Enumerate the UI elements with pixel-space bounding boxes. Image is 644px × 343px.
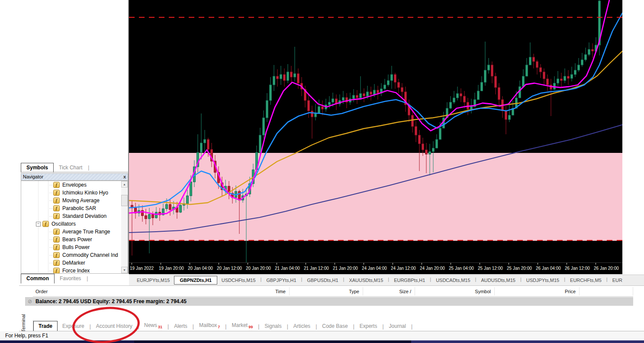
tree-item-average-true-range[interactable]: fAverage True Range <box>21 228 128 236</box>
tree-connector <box>48 185 52 185</box>
chart-tab-gbpjpyts-h1[interactable]: GBPJPYts,H1 <box>262 276 300 285</box>
column-separator <box>579 287 580 295</box>
chart-tabs-spacer <box>622 275 644 286</box>
tree-item-standard-deviation[interactable]: fStandard Deviation <box>21 212 128 220</box>
bull-candle <box>526 65 528 76</box>
tab-common[interactable]: Common <box>21 274 55 284</box>
chart-tab-usdchfts-m15[interactable]: USDCHFts,M15 <box>217 276 260 285</box>
time-axis-tick <box>248 263 248 265</box>
chart-tab-eurgbpts-h1[interactable]: EURGBPts,H1 <box>390 276 429 285</box>
taskbar-strip-left <box>0 340 134 343</box>
market-watch-panel <box>0 0 128 162</box>
chart-tab-usdcadts-m15[interactable]: USDCADts,M15 <box>431 276 474 285</box>
bull-candle <box>259 135 261 152</box>
bear-candle <box>592 49 594 51</box>
scrollbar-thumb[interactable] <box>121 195 128 206</box>
navigator-tree: fEnvelopesfIchimoku Kinko HyofMoving Ave… <box>21 181 128 274</box>
bear-candle <box>491 65 493 76</box>
terminal-tab-journal[interactable]: Journal <box>384 321 411 331</box>
bear-candle <box>290 72 293 77</box>
tab-symbols[interactable]: Symbols <box>21 163 54 173</box>
terminal-tab-market[interactable]: Market99 <box>227 320 258 331</box>
bear-candle <box>495 76 497 87</box>
navigator-scrollbar[interactable]: ▲ ▼ <box>121 181 128 273</box>
chart-tab-xauusdts-m15[interactable]: XAUUSDts,M15 <box>345 276 387 285</box>
column-separator <box>494 287 495 295</box>
tree-item-label: Force Index <box>62 268 90 274</box>
terminal-tab-articles[interactable]: Articles <box>289 321 315 331</box>
terminal-tab-mailbox[interactable]: Mailbox7 <box>194 320 225 331</box>
tree-connector <box>48 239 52 240</box>
tree-item-parabolic-sar[interactable]: fParabolic SAR <box>21 204 128 212</box>
column-header-symbol[interactable]: Symbol <box>475 289 491 294</box>
tree-item-demarker[interactable]: fDeMarker <box>21 259 128 267</box>
chart-tab-audusdts-m15[interactable]: AUDUSDts,M15 <box>477 276 519 285</box>
bear-candle <box>377 90 379 93</box>
tree-item-label: Envelopes <box>62 182 87 188</box>
tab-favorites[interactable]: Favorites <box>55 274 86 283</box>
bear-candle <box>277 76 279 79</box>
terminal-tab-experts[interactable]: Experts <box>355 321 382 331</box>
chart-area[interactable] <box>129 0 622 262</box>
bear-candle <box>207 139 209 149</box>
bull-candle <box>360 94 362 98</box>
terminal-tab-code-base[interactable]: Code Base <box>317 321 352 331</box>
time-axis-tick <box>422 263 422 265</box>
terminal-tab-alerts[interactable]: Alerts <box>169 321 192 331</box>
bull-candle <box>571 74 573 78</box>
time-axis-label: 21 Jan 20:00 <box>333 266 358 271</box>
terminal-tab-news[interactable]: News31 <box>139 320 167 331</box>
tree-item-commodity-channel-ind[interactable]: fCommodity Channel Ind <box>21 251 128 259</box>
tree-item-envelopes[interactable]: fEnvelopes <box>21 181 128 189</box>
bear-candle <box>533 57 535 61</box>
tab-separator: | <box>87 165 90 172</box>
chart-tab-gbpnzdts-h1[interactable]: GBPNZDts,H1 <box>174 276 217 285</box>
chart-tab-eurjpyts-m15[interactable]: EURJPYts,M15 <box>132 276 174 285</box>
chart-tab-usdjpyts-m15[interactable]: USDJPYts,M15 <box>522 276 564 285</box>
bear-candle <box>238 191 241 200</box>
time-axis-label: 25 Jan 04:00 <box>449 266 474 271</box>
column-header-type[interactable]: Type <box>349 289 359 294</box>
bull-candle <box>367 92 369 96</box>
bear-candle <box>422 144 424 150</box>
tree-item-force-index[interactable]: fForce Index <box>21 267 128 274</box>
tree-item-oscillators[interactable]: −fOscillators <box>21 220 128 228</box>
terminal-tab-trade[interactable]: Trade <box>33 321 58 332</box>
navigator-titlebar[interactable]: Navigator x <box>21 173 128 181</box>
tab-tick-chart[interactable]: Tick Chart <box>54 163 87 172</box>
market-watch-tabs-border <box>21 172 128 172</box>
terminal-tab-account-history[interactable]: Account History <box>91 321 137 331</box>
tree-item-ichimoku-kinko-hyo[interactable]: fIchimoku Kinko Hyo <box>21 189 128 197</box>
collapse-icon[interactable]: − <box>36 222 41 227</box>
bull-candle <box>436 139 438 148</box>
time-axis-tick <box>393 263 393 265</box>
column-header-order[interactable]: Order <box>35 289 48 294</box>
terminal-tab-exposure[interactable]: Exposure <box>58 321 89 331</box>
tree-item-moving-average[interactable]: fMoving Average <box>21 197 128 204</box>
bull-candle <box>481 82 483 91</box>
chart-time-axis[interactable]: 19 Jan 202219 Jan 20:0020 Jan 04:0020 Ja… <box>129 262 622 274</box>
column-header-time[interactable]: Time <box>275 289 286 294</box>
bear-candle <box>415 126 417 135</box>
tree-connector <box>48 247 52 248</box>
tree-connector <box>48 216 52 217</box>
time-axis-tick <box>132 263 132 265</box>
scroll-down-icon[interactable]: ▼ <box>121 267 128 273</box>
tree-item-bulls-power[interactable]: fBulls Power <box>21 243 128 251</box>
chart-tab-eurchfts-m5[interactable]: EURCHFts,M5 <box>566 276 606 285</box>
column-header-size-[interactable]: Size / <box>399 289 411 294</box>
close-icon[interactable]: x <box>123 174 126 180</box>
bull-candle <box>353 95 355 99</box>
tab-separator: | <box>411 324 413 331</box>
candlestick-chart <box>129 0 622 262</box>
terminal-tab-signals[interactable]: Signals <box>260 321 286 331</box>
column-header-price[interactable]: Price <box>565 289 576 294</box>
chart-tab-eurusdts[interactable]: EURUSDts <box>608 276 622 285</box>
bull-candle <box>391 74 393 81</box>
scroll-up-icon[interactable]: ▲ <box>121 181 128 188</box>
chart-tab-gbpusdts-h1[interactable]: GBPUSDts,H1 <box>303 276 342 285</box>
tree-connector <box>48 271 52 271</box>
bull-candle <box>519 87 521 98</box>
time-axis-tick <box>364 263 364 265</box>
tree-item-bears-power[interactable]: fBears Power <box>21 236 128 243</box>
